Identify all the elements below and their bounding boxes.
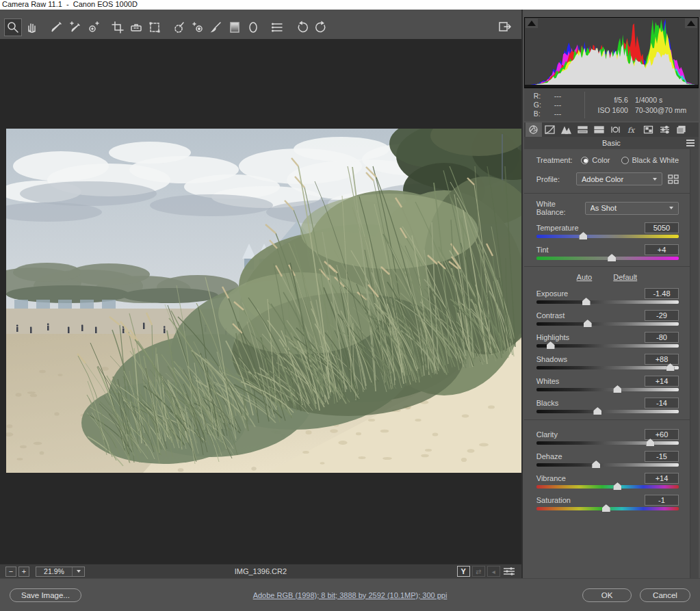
graduated-filter-tool-icon[interactable] bbox=[226, 18, 244, 36]
white-balance-select[interactable]: As Shot bbox=[585, 202, 679, 215]
zoom-out-button[interactable]: − bbox=[5, 567, 16, 577]
slider-track[interactable] bbox=[536, 485, 679, 489]
slider-value-box[interactable]: -1 bbox=[645, 495, 679, 506]
tab-presets[interactable] bbox=[657, 122, 673, 137]
preview-image[interactable] bbox=[6, 129, 521, 473]
tab-basic[interactable] bbox=[526, 122, 542, 137]
targeted-adjustment-tool-icon[interactable] bbox=[84, 18, 102, 36]
slider-track[interactable] bbox=[536, 410, 679, 413]
before-after-view-button[interactable]: Y bbox=[457, 566, 470, 577]
radial-filter-tool-icon[interactable] bbox=[244, 18, 262, 36]
default-link[interactable]: Default bbox=[613, 273, 637, 281]
preview-preferences-icon[interactable] bbox=[502, 566, 516, 577]
tone-sliders: Exposure-1.48Contrast-29Highlights-80Sha… bbox=[524, 288, 690, 413]
auto-link[interactable]: Auto bbox=[577, 273, 593, 281]
spot-removal-tool-icon[interactable] bbox=[170, 18, 188, 36]
white-balance-sliders: Temperature5050Tint+4 bbox=[524, 222, 690, 260]
panel-menu-icon[interactable] bbox=[686, 140, 695, 148]
svg-text:fx: fx bbox=[627, 126, 636, 135]
slider-track[interactable] bbox=[536, 322, 679, 326]
slider-value-box[interactable]: -1.48 bbox=[645, 288, 679, 299]
treatment-bw-radio[interactable]: Black & White bbox=[621, 156, 679, 164]
save-image-button[interactable]: Save Image... bbox=[10, 588, 81, 602]
zoom-tool-icon[interactable] bbox=[4, 18, 22, 36]
tab-detail[interactable] bbox=[558, 122, 575, 137]
tab-lens-corrections[interactable] bbox=[608, 122, 624, 137]
zoom-level-select[interactable]: 21.9% bbox=[36, 567, 85, 577]
slider-contrast: Contrast-29 bbox=[536, 310, 679, 326]
red-eye-tool-icon[interactable] bbox=[189, 18, 207, 36]
copy-settings-button: ◂ bbox=[487, 566, 500, 577]
straighten-tool-icon[interactable] bbox=[127, 18, 145, 36]
slider-shadows: Shadows+88 bbox=[536, 354, 679, 369]
slider-track[interactable] bbox=[536, 366, 679, 369]
slider-value-box[interactable]: 5050 bbox=[645, 222, 679, 233]
window-title: Camera Raw 11.1 - Canon EOS 1000D bbox=[0, 0, 700, 10]
ok-button[interactable]: OK bbox=[582, 588, 632, 602]
treatment-color-radio[interactable]: Color bbox=[581, 156, 610, 164]
rotate-left-icon[interactable] bbox=[294, 18, 311, 36]
preview-area[interactable] bbox=[0, 39, 521, 564]
workflow-options-link[interactable]: Adobe RGB (1998); 8 bit; 3888 by 2592 (1… bbox=[253, 591, 448, 599]
slider-track[interactable] bbox=[536, 463, 679, 467]
slider-value-box[interactable]: -80 bbox=[645, 332, 679, 343]
slider-value-box[interactable]: +4 bbox=[645, 244, 679, 255]
dialog-footer: Save Image... Adobe RGB (1998); 8 bit; 3… bbox=[0, 578, 700, 611]
tab-camera-calibration[interactable] bbox=[640, 122, 657, 137]
slider-track[interactable] bbox=[536, 257, 679, 260]
panel-scrollbar[interactable] bbox=[690, 149, 699, 578]
cancel-button[interactable]: Cancel bbox=[640, 588, 690, 602]
white-balance-value: As Shot bbox=[591, 204, 669, 212]
toggle-fullscreen-icon[interactable] bbox=[496, 18, 514, 36]
zoom-level-value: 21.9% bbox=[36, 567, 72, 575]
slider-exposure: Exposure-1.48 bbox=[536, 288, 679, 304]
tab-tone-curve[interactable] bbox=[542, 122, 558, 137]
tab-hsl-grayscale[interactable] bbox=[575, 122, 591, 137]
hand-tool-icon[interactable] bbox=[23, 18, 40, 36]
basic-panel-content: Treatment: Color Black & White bbox=[524, 149, 690, 578]
shutter-value: 1/4000 s bbox=[635, 95, 698, 105]
slider-track[interactable] bbox=[536, 441, 679, 445]
tab-snapshots[interactable] bbox=[673, 122, 690, 137]
slider-value-box[interactable]: +14 bbox=[645, 473, 679, 484]
adjustment-brush-tool-icon[interactable] bbox=[207, 18, 225, 36]
right-panel: R:--- G:--- B:--- f/5.61/4000 s ISO 1600… bbox=[523, 10, 700, 578]
slider-value-box[interactable]: -14 bbox=[645, 398, 679, 408]
slider-label: Saturation bbox=[536, 496, 571, 504]
slider-highlights: Highlights-80 bbox=[536, 332, 679, 348]
histogram[interactable] bbox=[524, 17, 699, 88]
slider-saturation: Saturation-1 bbox=[536, 495, 679, 510]
slider-track[interactable] bbox=[536, 388, 679, 391]
slider-tint: Tint+4 bbox=[536, 244, 679, 260]
transform-tool-icon[interactable] bbox=[146, 18, 164, 36]
slider-value-box[interactable]: -15 bbox=[645, 451, 679, 462]
zoom-in-button[interactable]: + bbox=[18, 567, 29, 577]
slider-track[interactable] bbox=[536, 235, 679, 238]
slider-value-box[interactable]: +14 bbox=[645, 376, 679, 387]
slider-track[interactable] bbox=[536, 344, 679, 348]
slider-track[interactable] bbox=[536, 507, 679, 510]
b-label: B: bbox=[534, 109, 554, 118]
divider bbox=[524, 266, 690, 267]
tab-effects[interactable]: fx bbox=[624, 122, 640, 137]
slider-value-box[interactable]: -29 bbox=[645, 310, 679, 321]
tab-split-toning[interactable] bbox=[591, 122, 608, 137]
rotate-right-icon[interactable] bbox=[312, 18, 330, 36]
highlight-clipping-toggle[interactable] bbox=[685, 18, 697, 28]
chevron-down-icon bbox=[669, 207, 673, 209]
slider-track[interactable] bbox=[536, 300, 679, 304]
slider-clarity: Clarity+60 bbox=[536, 429, 679, 445]
zoom-level-dropdown-icon[interactable] bbox=[72, 567, 84, 576]
profile-select[interactable]: Adobe Color bbox=[576, 172, 662, 185]
preferences-tool-icon[interactable] bbox=[269, 18, 287, 36]
crop-tool-icon[interactable] bbox=[109, 18, 127, 36]
profile-browser-icon[interactable] bbox=[668, 174, 679, 184]
color-sampler-tool-icon[interactable] bbox=[66, 18, 83, 36]
slider-temperature: Temperature5050 bbox=[536, 222, 679, 238]
slider-value-box[interactable]: +88 bbox=[645, 354, 679, 365]
slider-label: Tint bbox=[536, 246, 549, 254]
shadow-clipping-toggle[interactable] bbox=[526, 18, 538, 28]
slider-value-box[interactable]: +60 bbox=[645, 429, 679, 440]
white-balance-tool-icon[interactable] bbox=[47, 18, 65, 36]
divider bbox=[524, 193, 690, 194]
